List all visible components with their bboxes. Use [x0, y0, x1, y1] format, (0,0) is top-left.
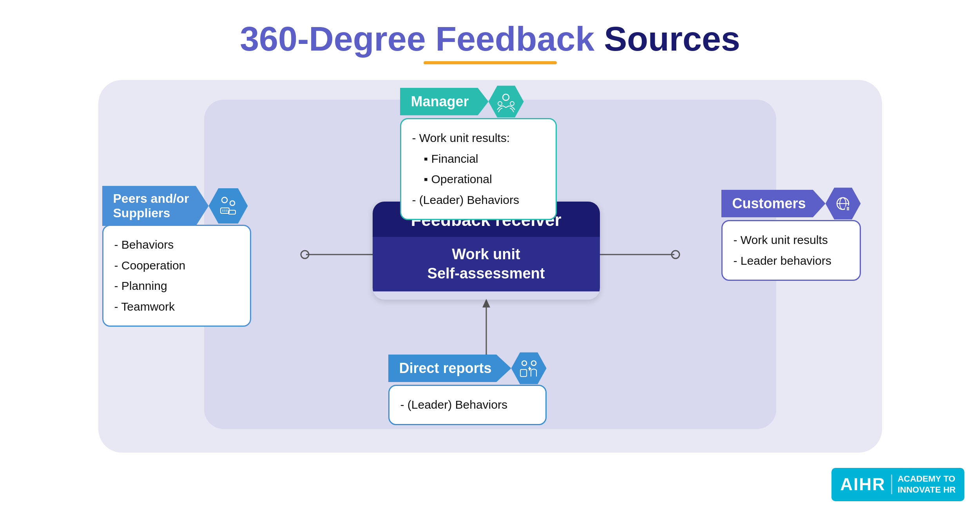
- peers-card: - Behaviors - Cooperation - Planning - T…: [102, 225, 251, 327]
- svg-point-16: [230, 201, 235, 206]
- title-text: 360-Degree Feedback Sources: [240, 45, 740, 52]
- aihr-logo: AIHR ACADEMY TOINNOVATE HR: [831, 468, 964, 501]
- customers-tab-row: Customers: [721, 186, 861, 221]
- customers-tab: Customers: [721, 190, 826, 217]
- peers-item-1: - Cooperation: [114, 255, 239, 276]
- direct-reports-card: - (Leader) Behaviors: [388, 385, 547, 425]
- manager-tab-row: Manager: [400, 84, 557, 119]
- svg-point-31: [531, 361, 536, 366]
- customers-card-container: Customers - Work unit results - Leader b…: [721, 186, 861, 281]
- customers-icon: [826, 186, 861, 221]
- svg-point-29: [522, 361, 527, 366]
- peers-item-0: - Behaviors: [114, 235, 239, 255]
- aihr-main-text: AIHR: [840, 475, 886, 494]
- aihr-divider: [891, 475, 892, 494]
- aihr-sub-text: ACADEMY TOINNOVATE HR: [898, 473, 956, 496]
- manager-card: - Work unit results: ▪ Financial ▪ Opera…: [400, 118, 557, 220]
- svg-rect-30: [520, 369, 527, 377]
- manager-item-3: - (Leader) Behaviors: [412, 190, 545, 211]
- manager-icon: [489, 84, 524, 119]
- svg-point-13: [498, 102, 502, 106]
- direct-reports-tab: Direct reports: [388, 355, 511, 382]
- manager-tab: Manager: [400, 88, 489, 115]
- manager-item-0: - Work unit results:: [412, 128, 545, 149]
- peers-icon: [208, 186, 248, 226]
- manager-card-container: Manager - Work unit results: ▪ Financial…: [400, 84, 557, 220]
- customers-item-0: - Work unit results: [734, 230, 849, 251]
- svg-point-15: [222, 197, 227, 203]
- peers-tab-row: Peers and/orSuppliers: [102, 186, 251, 226]
- manager-item-2: ▪ Operational: [412, 169, 545, 190]
- direct-reports-card-container: Direct reports - (Leader) Behaviors: [388, 351, 547, 425]
- customers-card: - Work unit results - Leader behaviors: [721, 220, 861, 281]
- manager-item-1: ▪ Financial: [412, 149, 545, 169]
- customers-item-1: - Leader behaviors: [734, 251, 849, 271]
- svg-point-14: [510, 102, 514, 106]
- work-unit-label: Work unitSelf-assessment: [373, 237, 600, 291]
- svg-point-12: [503, 94, 509, 100]
- direct-reports-tab-row: Direct reports: [388, 351, 547, 386]
- peers-tab: Peers and/orSuppliers: [102, 186, 209, 226]
- page-title: 360-Degree Feedback Sources: [0, 0, 980, 64]
- peers-item-3: - Teamwork: [114, 297, 239, 317]
- direct-reports-item-0: - (Leader) Behaviors: [400, 395, 534, 415]
- title-underline: [424, 61, 557, 64]
- peers-item-2: - Planning: [114, 276, 239, 297]
- peers-card-container: Peers and/orSuppliers - Behaviors - Coop…: [102, 186, 251, 327]
- direct-reports-icon: [511, 351, 547, 386]
- diagram: Feedback receiver Work unitSelf-assessme…: [79, 68, 902, 492]
